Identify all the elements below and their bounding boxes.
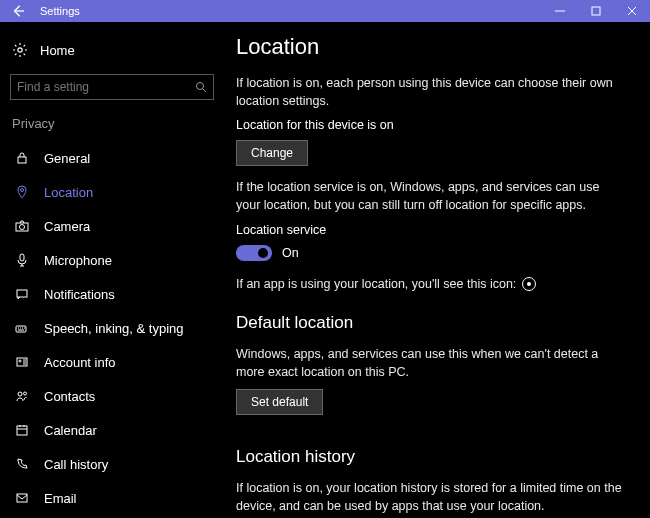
close-button[interactable] [614,0,650,22]
sidebar-item-label: Calendar [44,423,97,438]
home-label: Home [40,43,75,58]
sidebar-item-label: Speech, inking, & typing [44,321,183,336]
main-content[interactable]: Location If location is on, each person … [224,22,650,518]
titlebar: Settings [0,0,650,22]
change-button[interactable]: Change [236,140,308,166]
sidebar-item-speech[interactable]: Speech, inking, & typing [10,311,214,345]
svg-point-13 [24,392,27,395]
search-icon [195,81,207,93]
svg-rect-8 [17,290,27,297]
lock-icon [12,151,32,165]
calendar-icon [12,423,32,437]
default-heading: Default location [236,313,622,333]
icon-text: If an app is using your location, you'll… [236,275,622,293]
svg-rect-9 [16,326,26,332]
window-title: Settings [40,5,80,17]
email-icon [12,491,32,505]
microphone-icon [12,253,32,267]
back-button[interactable] [0,0,36,22]
notifications-icon [12,287,32,301]
sidebar-item-microphone[interactable]: Microphone [10,243,214,277]
svg-rect-0 [592,7,600,15]
svg-point-12 [18,392,22,396]
history-heading: Location history [236,447,622,467]
group-header: Privacy [10,116,214,131]
sidebar-item-label: General [44,151,90,166]
sidebar-item-label: Call history [44,457,108,472]
speech-icon [12,321,32,335]
default-text: Windows, apps, and services can use this… [236,345,622,381]
history-text: If location is on, your location history… [236,479,622,515]
sidebar-item-camera[interactable]: Camera [10,209,214,243]
sidebar-item-label: Contacts [44,389,95,404]
service-label: Location service [236,223,622,237]
svg-point-4 [21,189,24,192]
svg-rect-15 [17,494,27,502]
sidebar-item-notifications[interactable]: Notifications [10,277,214,311]
home-button[interactable]: Home [10,34,214,66]
intro-text: If location is on, each person using thi… [236,74,622,110]
sidebar-item-contacts[interactable]: Contacts [10,379,214,413]
camera-icon [12,219,32,233]
contacts-icon [12,389,32,403]
sidebar-item-label: Microphone [44,253,112,268]
location-icon [12,185,32,199]
svg-rect-14 [17,426,27,435]
sidebar-item-label: Notifications [44,287,115,302]
sidebar: Home Privacy General Location Camera Mic… [0,22,224,518]
sidebar-item-email[interactable]: Email [10,481,214,515]
page-title: Location [236,34,622,60]
toggle-state: On [282,246,299,260]
location-usage-icon [522,277,536,291]
sidebar-item-label: Camera [44,219,90,234]
search-input[interactable] [17,80,195,94]
search-box[interactable] [10,74,214,100]
svg-rect-3 [18,157,26,163]
svg-point-6 [20,225,25,230]
minimize-button[interactable] [542,0,578,22]
gear-icon [10,42,30,58]
sidebar-item-account[interactable]: Account info [10,345,214,379]
svg-point-11 [19,360,21,362]
maximize-button[interactable] [578,0,614,22]
service-text: If the location service is on, Windows, … [236,178,622,214]
svg-rect-7 [20,254,24,261]
svg-point-1 [18,48,22,52]
location-toggle[interactable] [236,245,272,261]
sidebar-item-calendar[interactable]: Calendar [10,413,214,447]
device-label: Location for this device is on [236,118,622,132]
sidebar-item-location[interactable]: Location [10,175,214,209]
sidebar-item-label: Account info [44,355,116,370]
sidebar-item-label: Location [44,185,93,200]
phone-icon [12,457,32,471]
svg-point-2 [197,83,204,90]
sidebar-item-callhistory[interactable]: Call history [10,447,214,481]
sidebar-item-label: Email [44,491,77,506]
setdefault-button[interactable]: Set default [236,389,323,415]
sidebar-item-general[interactable]: General [10,141,214,175]
account-icon [12,355,32,369]
